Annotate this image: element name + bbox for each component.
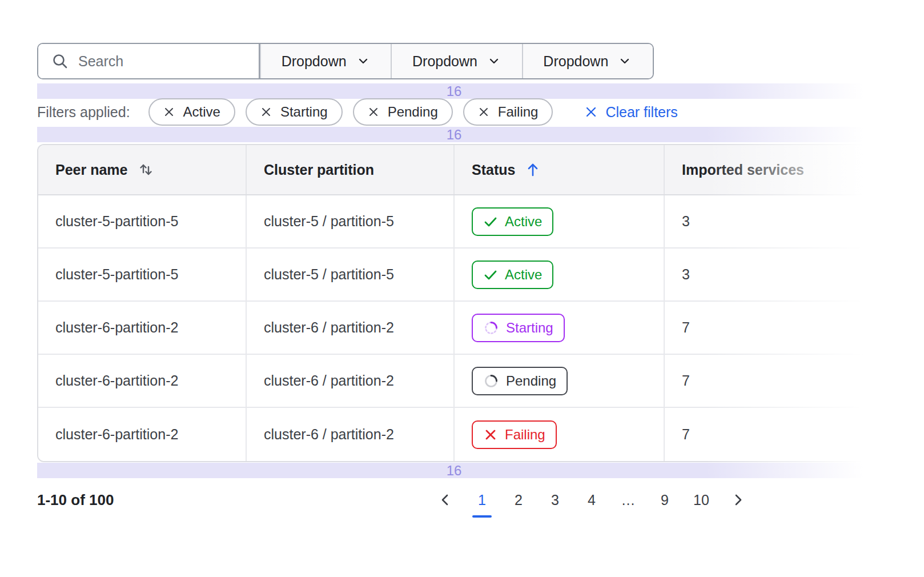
filter-chip-pending[interactable]: Pending [353,98,453,126]
status-cell: Failing [453,408,664,461]
peer-name-cell: cluster-6-partition-2 [38,408,246,461]
table-row: cluster-5-partition-5 cluster-5 / partit… [38,195,870,249]
column-header-status[interactable]: Status [453,145,664,194]
table-row: cluster-6-partition-2 cluster-6 / partit… [38,408,870,461]
search-filter-toolbar: Dropdown Dropdown Dropdown [37,43,654,79]
filter-chip-starting[interactable]: Starting [246,98,343,126]
sort-ascending-arrow-icon[interactable] [524,161,541,178]
search-box[interactable] [38,44,260,78]
sort-updown-icon[interactable] [136,161,155,179]
spinner-icon [483,373,499,389]
spacing-marker-label: 16 [447,127,462,143]
page-number-1[interactable]: 1 [464,486,500,514]
remove-filter-icon[interactable] [163,106,175,118]
status-cell: Active [453,249,664,300]
imported-services-cell: 7 [664,302,870,354]
next-page-button[interactable] [720,486,756,514]
x-icon [483,427,498,442]
check-icon [483,214,498,229]
filter-chip-label: Active [183,104,220,120]
pagination-summary: 1-10 of 100 [37,491,114,509]
page-number-9[interactable]: 9 [646,486,683,514]
spacing-marker-label: 16 [447,83,462,99]
status-badge-active: Active [472,207,553,236]
spacing-marker-label: 16 [447,463,462,479]
column-header-imported-services: Imported services [664,145,870,194]
search-icon [51,52,69,70]
check-icon [483,267,498,282]
status-cell: Pending [453,355,664,407]
spacing-marker-bar: 16 [37,127,871,142]
status-badge-active: Active [472,261,553,289]
column-header-peer-name[interactable]: Peer name [38,145,246,194]
table-header-row: Peer name Cluster partition Status [38,145,870,195]
cluster-partition-cell: cluster-6 / partition-2 [246,355,453,407]
page-number-10[interactable]: 10 [683,486,720,514]
spacing-marker-bar: 16 [37,83,871,99]
table-row: cluster-6-partition-2 cluster-6 / partit… [38,355,870,408]
clear-filters-x-icon [585,106,597,118]
dropdown-label: Dropdown [543,53,608,70]
column-header-cluster-partition: Cluster partition [246,145,453,194]
filter-chip-label: Failing [498,104,539,120]
imported-services-cell: 3 [664,195,870,247]
peers-table: Peer name Cluster partition Status [37,144,871,462]
dropdown-label: Dropdown [282,53,347,70]
page: Dropdown Dropdown Dropdown [0,0,924,577]
filter-chip-failing[interactable]: Failing [463,98,553,126]
chevron-down-icon [356,54,371,69]
filter-chip-label: Pending [388,104,438,120]
remove-filter-icon[interactable] [478,106,489,118]
imported-services-cell: 7 [664,408,870,461]
page-number-2[interactable]: 2 [500,486,537,514]
cluster-partition-cell: cluster-5 / partition-5 [246,249,453,300]
dropdown-button-1[interactable]: Dropdown [260,44,391,78]
status-cell: Active [453,195,664,247]
page-ellipsis: … [610,486,646,514]
clear-filters-button[interactable]: Clear filters [585,104,677,121]
imported-services-cell: 3 [664,249,870,300]
search-input[interactable] [78,53,246,70]
filter-chip-active[interactable]: Active [148,98,235,126]
previous-page-button[interactable] [427,486,464,514]
table-row: cluster-6-partition-2 cluster-6 / partit… [38,302,870,355]
dropdown-label: Dropdown [412,53,477,70]
status-badge-starting: Starting [472,314,565,342]
dropdown-button-3[interactable]: Dropdown [522,44,653,78]
peer-name-cell: cluster-6-partition-2 [38,302,246,354]
page-number-4[interactable]: 4 [573,486,610,514]
filter-chip-label: Starting [280,104,328,120]
cluster-partition-cell: cluster-6 / partition-2 [246,302,453,354]
pagination-controls: 1 2 3 4 … 9 10 [427,486,756,514]
filters-applied-label: Filters applied: [37,104,130,121]
status-badge-pending: Pending [472,367,568,395]
status-cell: Starting [453,302,664,354]
status-badge-failing: Failing [472,420,557,449]
remove-filter-icon[interactable] [368,106,379,118]
chevron-down-icon [487,54,501,69]
spacing-marker-bar: 16 [37,463,871,478]
spinner-icon [483,320,499,336]
remove-filter-icon[interactable] [260,106,272,118]
peer-name-cell: cluster-5-partition-5 [38,195,246,247]
cluster-partition-cell: cluster-5 / partition-5 [246,195,453,247]
page-number-3[interactable]: 3 [537,486,573,514]
peer-name-cell: cluster-6-partition-2 [38,355,246,407]
imported-services-cell: 7 [664,355,870,407]
chevron-down-icon [617,54,632,69]
applied-filters-row: Filters applied: Active Starting [37,98,678,126]
table-row: cluster-5-partition-5 cluster-5 / partit… [38,249,870,302]
clear-filters-label: Clear filters [605,104,677,121]
cluster-partition-cell: cluster-6 / partition-2 [246,408,453,461]
dropdown-button-2[interactable]: Dropdown [391,44,521,78]
peer-name-cell: cluster-5-partition-5 [38,249,246,300]
